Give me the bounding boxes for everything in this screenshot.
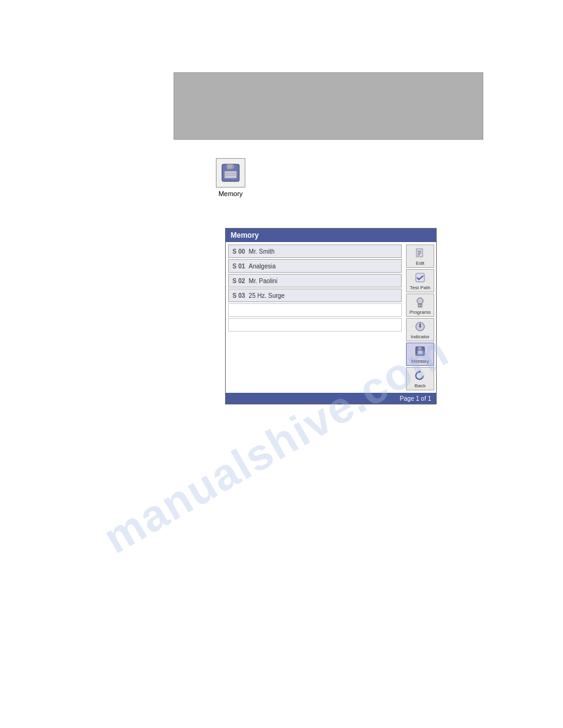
svg-rect-19 — [418, 351, 423, 354]
indicator-label: Indicator — [411, 334, 430, 339]
top-banner — [174, 72, 483, 140]
memory-panel-header: Memory — [226, 229, 436, 242]
back-label: Back — [415, 383, 426, 389]
memory-icon-area[interactable]: Memory — [216, 158, 245, 197]
programs-icon — [414, 296, 426, 308]
test-path-label: Test Path — [410, 285, 430, 290]
list-item[interactable]: S 01 Analgesia — [228, 259, 402, 273]
item-name-3: 25 Hz. Surge — [249, 292, 285, 299]
svg-rect-3 — [232, 165, 234, 169]
memory-panel: Memory S 00 Mr. Smith S 01 Analgesia S 0… — [225, 228, 437, 404]
memory-icon-btn — [414, 345, 426, 357]
svg-point-17 — [419, 325, 421, 327]
programs-button[interactable]: Programs — [406, 294, 434, 317]
test-path-icon — [414, 271, 426, 284]
svg-marker-21 — [418, 370, 421, 373]
sidebar-buttons: Edit Test Path Programs — [404, 242, 436, 393]
list-item-empty-5[interactable] — [228, 318, 402, 332]
list-item[interactable]: S 02 Mr. Paolini — [228, 274, 402, 287]
memory-list: S 00 Mr. Smith S 01 Analgesia S 02 Mr. P… — [226, 242, 404, 393]
test-path-button[interactable]: Test Path — [406, 269, 434, 292]
memory-button[interactable]: Memory — [406, 343, 434, 366]
item-slot-1: S 01 — [232, 263, 245, 270]
panel-footer: Page 1 of 1 — [226, 393, 436, 404]
svg-point-12 — [417, 298, 423, 304]
svg-rect-2 — [227, 164, 232, 169]
list-item[interactable]: S 03 25 Hz. Surge — [228, 289, 402, 302]
page-indicator: Page 1 of 1 — [400, 395, 431, 402]
item-name-2: Mr. Paolini — [249, 278, 278, 284]
memory-icon-label: Memory — [218, 190, 243, 197]
svg-rect-1 — [224, 171, 237, 178]
item-slot-3: S 03 — [232, 292, 245, 299]
back-button[interactable]: Back — [406, 367, 434, 390]
floppy-disk-icon — [220, 162, 241, 183]
list-item-empty-4[interactable] — [228, 303, 402, 317]
edit-label: Edit — [416, 260, 424, 266]
indicator-button[interactable]: Indicator — [406, 318, 434, 341]
memory-btn-label: Memory — [412, 358, 429, 364]
programs-label: Programs — [410, 309, 431, 315]
memory-icon-box — [216, 158, 245, 188]
back-icon — [414, 370, 426, 382]
memory-list-area: S 00 Mr. Smith S 01 Analgesia S 02 Mr. P… — [226, 242, 436, 393]
item-name-0: Mr. Smith — [249, 248, 275, 255]
indicator-icon — [414, 320, 426, 333]
item-name-1: Analgesia — [249, 263, 276, 270]
item-slot-0: S 00 — [232, 248, 245, 255]
item-slot-2: S 02 — [232, 278, 245, 284]
edit-icon — [414, 247, 426, 259]
memory-panel-title: Memory — [231, 231, 259, 240]
svg-rect-20 — [418, 347, 421, 350]
list-item[interactable]: S 00 Mr. Smith — [228, 245, 402, 258]
edit-button[interactable]: Edit — [406, 245, 434, 268]
